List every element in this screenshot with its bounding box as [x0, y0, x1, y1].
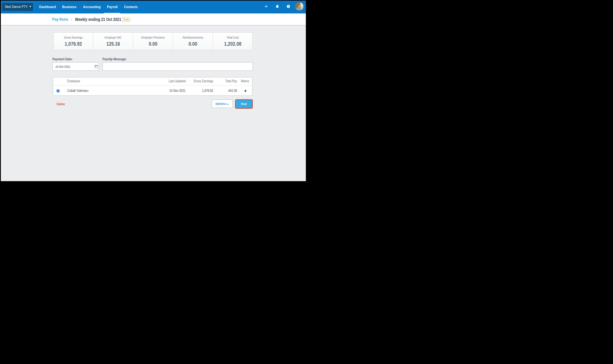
svg-text:?: ? [288, 5, 289, 7]
